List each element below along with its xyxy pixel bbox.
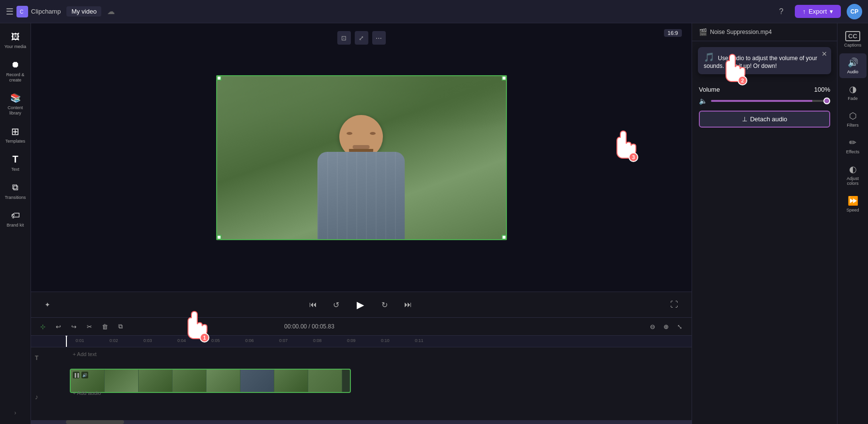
volume-percentage: 100%	[814, 86, 830, 93]
more-options-button[interactable]: ⋯	[372, 31, 386, 45]
text-icon: T	[10, 154, 21, 165]
sidebar-item-transitions[interactable]: ⧉ Transitions	[2, 178, 29, 204]
skip-forward-button[interactable]: ⏭	[400, 297, 416, 312]
ruler-mark: 0:07	[279, 338, 288, 343]
center-panel: ⊡ ⤢ ⋯ 16:9	[31, 23, 692, 424]
sidebar-item-content-library[interactable]: 📚 Content library	[2, 88, 29, 120]
audio-tool[interactable]: 🔊 Audio	[839, 53, 867, 78]
fullscreen-button[interactable]: ⛶	[666, 297, 682, 312]
duplicate-button[interactable]: ⧉	[114, 321, 126, 332]
export-dropdown-icon: ▾	[830, 8, 833, 15]
audio-track-icon: 🔊	[81, 372, 88, 378]
detach-audio-button[interactable]: ⊥ Detach audio	[699, 111, 830, 128]
audio-track-content: + Add audio	[70, 388, 688, 406]
sidebar-item-brand-kit[interactable]: 🏷 Brand kit	[2, 206, 29, 232]
speed-tool[interactable]: ⏩ Speed	[839, 192, 867, 216]
redo-button[interactable]: ↪	[68, 321, 79, 332]
rewind-button[interactable]: ↺	[329, 297, 344, 312]
clipchamp-icon: C	[16, 6, 28, 17]
volume-slider-row: 🔈	[699, 97, 830, 105]
sidebar-item-record[interactable]: ⏺ Record & create	[2, 55, 29, 87]
volume-row: Volume 100%	[699, 86, 830, 93]
adjust-colors-tool[interactable]: ◐ Adjust colors	[839, 160, 867, 190]
effects-tool[interactable]: ✏ Effects	[839, 133, 867, 158]
undo-button[interactable]: ↩	[52, 321, 64, 332]
ruler-mark: 0:10	[381, 338, 390, 343]
audio-track-label: ♪	[35, 393, 70, 401]
video-preview[interactable]: ↺	[216, 75, 507, 240]
audio-section: Volume 100% 🔈 ⊥ Detach audio	[692, 80, 837, 133]
playback-controls: ✦ ⏮ ↺ ▶ ↻ ⏭ ⛶	[31, 292, 692, 317]
skip-back-button[interactable]: ⏮	[305, 297, 321, 312]
record-icon: ⏺	[10, 59, 21, 71]
sidebar-item-text[interactable]: T Text	[2, 150, 29, 176]
add-text-button[interactable]: + Add text	[70, 350, 99, 358]
fit-to-window-button[interactable]: ⤡	[674, 321, 686, 332]
corner-handle-tl[interactable]	[217, 76, 221, 81]
export-icon: ↑	[803, 8, 806, 15]
your-media-icon: 🖼	[10, 31, 21, 43]
filters-icon: ⬡	[849, 111, 857, 121]
brand-kit-icon: 🏷	[10, 210, 21, 221]
right-panel: 🎬 Noise Suppression.mp4 🎵 Use audio to a…	[692, 23, 837, 424]
playhead[interactable]	[66, 336, 67, 347]
avatar[interactable]: CP	[847, 4, 862, 19]
corner-handle-bl[interactable]	[217, 235, 221, 240]
snap-button[interactable]: ⊹	[37, 321, 48, 332]
captions-tool[interactable]: CC Captions	[839, 27, 867, 51]
resize-button[interactable]: ⤢	[355, 31, 368, 45]
sidebar-expand-btn[interactable]: ›	[2, 406, 29, 420]
fade-tool[interactable]: ◑ Fade	[839, 80, 867, 105]
sidebar-item-label: Text	[11, 167, 19, 172]
playhead-head	[63, 336, 69, 337]
crop-button[interactable]: ⊡	[337, 31, 351, 45]
corner-handle-br[interactable]	[502, 235, 506, 240]
volume-min-icon: 🔈	[699, 97, 707, 105]
timeline-scroll-thumb[interactable]	[66, 420, 124, 424]
play-button[interactable]: ▶	[352, 296, 369, 313]
ruler-mark: 0:04	[177, 338, 186, 343]
far-right-panel: CC Captions 🔊 Audio ◑ Fade ⬡ Filters ✏ E…	[837, 23, 868, 424]
speed-icon: ⏩	[848, 196, 858, 206]
sidebar-item-templates[interactable]: ⊞ Templates	[2, 122, 29, 148]
ai-enhance-button[interactable]: ✦	[41, 299, 54, 310]
fast-forward-button[interactable]: ↻	[377, 297, 393, 312]
zoom-in-button[interactable]: ⊕	[661, 321, 672, 332]
tooltip-text: Use audio to adjust the volume of your s…	[704, 55, 817, 69]
fade-icon: ◑	[849, 84, 857, 95]
app-logo[interactable]: ☰ C Clipchamp	[6, 6, 61, 17]
timeline-scrollbar[interactable]	[31, 420, 692, 424]
tooltip-close-button[interactable]: ✕	[821, 50, 827, 58]
audio-track: ♪ + Add audio	[35, 388, 688, 406]
sidebar-item-your-media[interactable]: 🖼 Your media	[2, 27, 29, 53]
playback-left: ✦	[41, 299, 54, 310]
cut-button[interactable]: ✂	[83, 321, 95, 332]
text-track-content: + Add text	[70, 349, 688, 367]
ruler-mark: 0:11	[415, 338, 424, 343]
volume-slider[interactable]	[711, 100, 830, 102]
delete-button[interactable]: 🗑	[99, 321, 110, 332]
timeline: ⊹ ↩ ↪ ✂ 🗑 ⧉ 00:00.00 / 00:05.83 ⊖ ⊕ ⤡	[31, 317, 692, 424]
sidebar-item-label: Transitions	[5, 195, 26, 200]
effects-label: Effects	[846, 149, 859, 154]
playback-right: ⛶	[666, 297, 682, 312]
filters-tool[interactable]: ⬡ Filters	[839, 107, 867, 131]
video-title[interactable]: My video	[66, 6, 101, 16]
help-button[interactable]: ?	[773, 4, 789, 19]
export-button[interactable]: ↑ Export ▾	[795, 5, 841, 18]
sidebar-item-label: Content library	[4, 105, 27, 116]
templates-icon: ⊞	[10, 126, 21, 137]
menu-icon[interactable]: ☰	[6, 6, 14, 17]
video-frame: ↺	[31, 23, 692, 292]
captions-label: Captions	[844, 43, 862, 48]
ruler-mark: 0:05	[211, 338, 220, 343]
track-area: T + Add text ▐▐	[31, 347, 692, 409]
add-audio-button[interactable]: + Add audio	[70, 389, 104, 397]
app-name: Clipchamp	[31, 8, 61, 15]
zoom-out-button[interactable]: ⊖	[647, 321, 659, 332]
fade-label: Fade	[848, 96, 858, 101]
track-icons: ▐▐ 🔊	[73, 372, 88, 378]
adjust-colors-icon: ◐	[849, 164, 857, 175]
ruler-mark: 0:02	[110, 338, 118, 343]
corner-handle-tr[interactable]	[502, 76, 506, 81]
